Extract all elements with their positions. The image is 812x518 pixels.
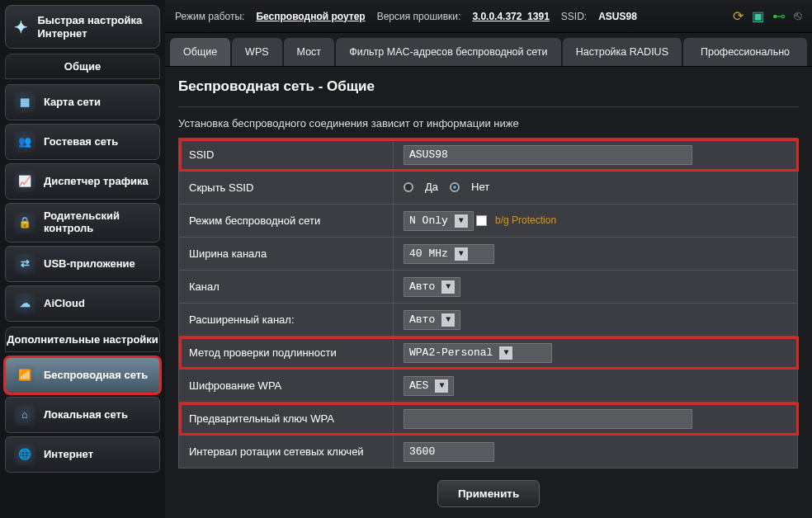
row-auth-method: Метод проверки подлинности WPA2-Personal…: [179, 337, 799, 370]
apply-label: Применить: [458, 487, 519, 500]
chevron-down-icon: ▼: [441, 313, 455, 327]
select-value: AES: [409, 379, 428, 392]
ext-channel-select[interactable]: Авто ▼: [404, 310, 460, 330]
page-description: Установка беспроводного соединения завис…: [178, 117, 799, 130]
lan-icon: ⌂: [14, 404, 35, 426]
apply-bar: Применить: [178, 469, 799, 507]
radio-hide-ssid-yes[interactable]: [404, 182, 413, 192]
chevron-down-icon: ▼: [455, 247, 468, 261]
sidebar-item-label: Диспетчер трафика: [44, 176, 149, 188]
label-wpa-psk: Предварительный ключ WPA: [179, 403, 394, 436]
sidebar-item-label: AiCloud: [44, 298, 85, 310]
label-wpa-encryption: Шифрование WPA: [179, 370, 394, 403]
label-wireless-mode: Режим беспроводной сети: [179, 205, 394, 238]
sidebar-item-usb-app[interactable]: ⇄ USB-приложение: [5, 246, 160, 282]
tab-general[interactable]: Общие: [170, 38, 230, 66]
internet-icon: 🌐: [14, 444, 35, 465]
label-channel-width: Ширина канала: [179, 238, 394, 271]
tab-bridge[interactable]: Мост: [284, 38, 334, 66]
row-wpa-encryption: Шифрование WPA AES ▼: [179, 370, 799, 403]
sidebar-item-network-map[interactable]: ▦ Карта сети: [5, 84, 160, 120]
label-ssid: SSID: [179, 139, 394, 172]
channel-select[interactable]: Авто ▼: [404, 277, 460, 297]
tab-label: Фильтр MAC-адресов беспроводной сети: [349, 46, 547, 58]
row-wireless-mode: Режим беспроводной сети N Only ▼ b/g Pro…: [179, 205, 799, 238]
network-map-icon: ▦: [14, 92, 35, 113]
auth-method-select[interactable]: WPA2-Personal ▼: [404, 343, 552, 363]
ssid-label: SSID:: [561, 11, 587, 22]
status-icons: ⟳ ▣ ⊷ ⎋: [733, 8, 802, 24]
sidebar-item-label: Интернет: [44, 449, 93, 461]
wireless-mode-select[interactable]: N Only ▼: [404, 211, 474, 231]
tab-label: Общие: [183, 46, 217, 58]
logout-icon[interactable]: ⎋: [794, 8, 802, 24]
chevron-down-icon: ▼: [435, 379, 448, 393]
page-content: Беспроводная сеть - Общие Установка бесп…: [165, 67, 812, 518]
channel-width-select[interactable]: 40 MHz ▼: [404, 244, 494, 264]
select-value: Авто: [409, 313, 435, 326]
nav-group-advanced: 📶 Беспроводная сеть ⌂ Локальная сеть 🌐 И…: [5, 357, 160, 473]
row-key-rotation: Интервал ротации сетевых ключей: [179, 436, 799, 469]
tab-professional[interactable]: Профессионально: [683, 38, 807, 66]
sidebar-item-aicloud[interactable]: ☁ AiCloud: [5, 285, 160, 322]
sidebar-item-lan[interactable]: ⌂ Локальная сеть: [5, 397, 160, 433]
main-area: Режим работы: Беспроводной роутер Версия…: [165, 0, 812, 518]
tab-wps[interactable]: WPS: [232, 38, 281, 66]
sidebar-item-wireless[interactable]: 📶 Беспроводная сеть: [5, 357, 160, 393]
aicloud-icon: ☁: [14, 293, 35, 314]
fw-label: Версия прошивки:: [377, 11, 461, 22]
label-ext-channel: Расширенный канал:: [179, 304, 394, 337]
sidebar-item-label: Беспроводная сеть: [44, 370, 148, 382]
nav-group-general: ▦ Карта сети 👥 Гостевая сеть 📈 Диспетчер…: [5, 84, 160, 322]
tab-label: Профессионально: [701, 46, 790, 58]
row-ext-channel: Расширенный канал: Авто ▼: [179, 304, 799, 337]
usb-app-icon: ⇄: [14, 253, 35, 275]
wand-icon: ✦: [12, 16, 30, 39]
wpa-psk-input[interactable]: [404, 409, 692, 429]
usb-status-icon[interactable]: ⊷: [772, 8, 786, 24]
top-bar: Режим работы: Беспроводной роутер Версия…: [165, 0, 812, 33]
bg-protection-checkbox[interactable]: [476, 215, 487, 226]
fw-value[interactable]: 3.0.0.4.372_1391: [472, 11, 549, 22]
row-wpa-psk: Предварительный ключ WPA: [179, 403, 799, 436]
chevron-down-icon: ▼: [441, 280, 455, 294]
settings-table: SSID Скрыть SSID Да Нет: [178, 138, 799, 469]
tab-mac-filter[interactable]: Фильтр MAC-адресов беспроводной сети: [336, 38, 561, 66]
ssid-value: ASUS98: [598, 11, 637, 22]
tab-label: Настройка RADIUS: [576, 46, 668, 58]
apply-button[interactable]: Применить: [437, 480, 540, 507]
sidebar-header-general: Общие: [5, 54, 160, 79]
wan-status-icon[interactable]: ▣: [752, 8, 764, 24]
sidebar-item-guest-network[interactable]: 👥 Гостевая сеть: [5, 124, 160, 160]
chevron-down-icon: ▼: [455, 214, 468, 228]
radio-label-yes: Да: [425, 181, 438, 193]
quick-setup-card[interactable]: ✦ Быстрая настройка Интернет: [5, 5, 160, 49]
tab-label: Мост: [297, 46, 321, 58]
select-value: 40 MHz: [409, 247, 448, 260]
tab-bar: Общие WPS Мост Фильтр MAC-адресов беспро…: [165, 33, 812, 67]
sidebar-header-advanced: Дополнительные настройки: [5, 327, 160, 352]
key-rotation-input[interactable]: [404, 442, 494, 462]
sidebar-item-parental-control[interactable]: 🔒 Родительский контроль: [5, 203, 160, 243]
parental-control-icon: 🔒: [14, 212, 35, 233]
select-value: N Only: [409, 214, 448, 227]
chevron-down-icon: ▼: [499, 346, 512, 360]
label-hide-ssid: Скрыть SSID: [179, 172, 394, 205]
tab-label: WPS: [245, 46, 268, 58]
sidebar-item-internet[interactable]: 🌐 Интернет: [5, 436, 160, 473]
sidebar-item-label: Родительский контроль: [44, 210, 151, 235]
radio-hide-ssid-no[interactable]: [450, 182, 460, 192]
reboot-icon[interactable]: ⟳: [733, 8, 744, 24]
sidebar-item-traffic-manager[interactable]: 📈 Диспетчер трафика: [5, 163, 160, 200]
row-ssid: SSID: [179, 139, 799, 172]
radio-label-no: Нет: [471, 181, 489, 193]
label-key-rotation: Интервал ротации сетевых ключей: [179, 436, 394, 469]
select-value: Авто: [409, 280, 435, 293]
wpa-encryption-select[interactable]: AES ▼: [404, 376, 454, 396]
ssid-input[interactable]: [404, 145, 692, 165]
sidebar-item-label: Карта сети: [44, 97, 101, 109]
row-channel-width: Ширина канала 40 MHz ▼: [179, 238, 799, 271]
quick-setup-title: Быстрая настройка Интернет: [38, 14, 153, 40]
mode-value[interactable]: Беспроводной роутер: [256, 11, 365, 22]
tab-radius[interactable]: Настройка RADIUS: [563, 38, 682, 66]
